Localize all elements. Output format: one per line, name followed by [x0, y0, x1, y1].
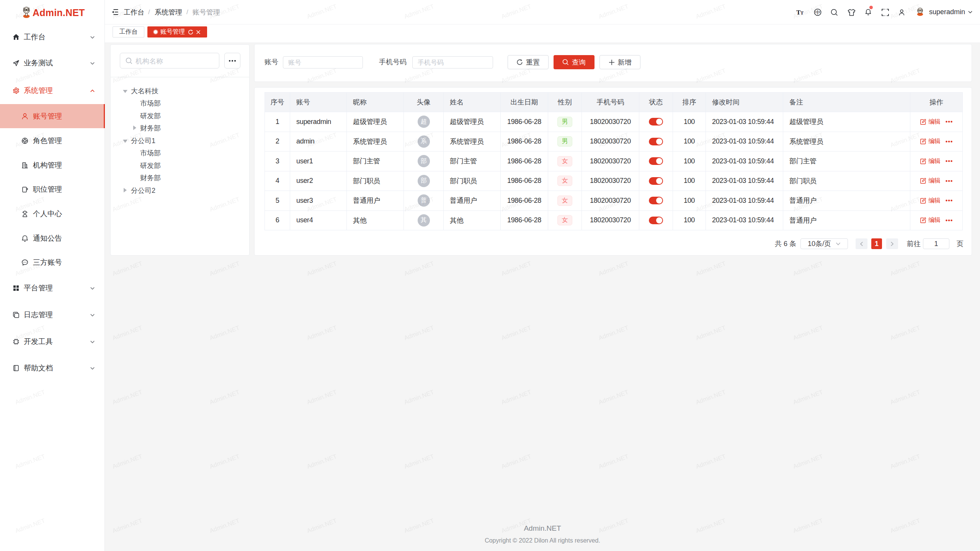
svg-text:T: T — [800, 10, 804, 16]
svg-text:中: 中 — [815, 10, 820, 15]
